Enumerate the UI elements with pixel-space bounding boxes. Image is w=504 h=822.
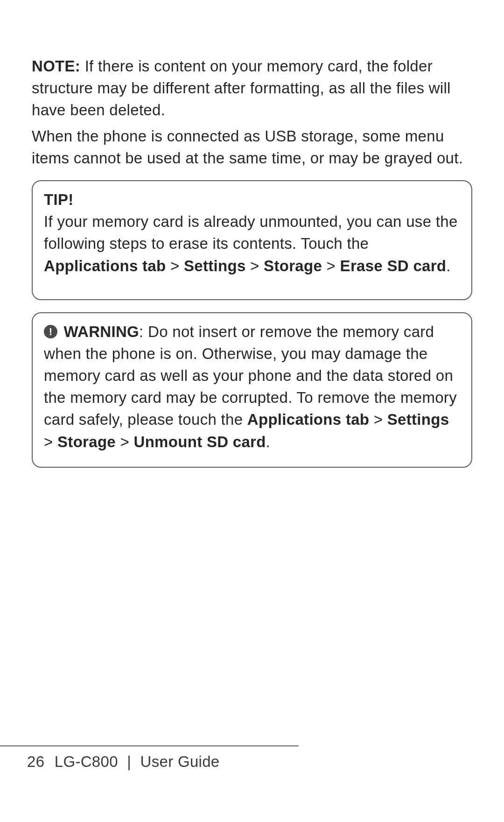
tip-sep-3: >	[322, 257, 340, 274]
tip-box: TIP! If your memory card is already unmo…	[32, 180, 472, 300]
tip-sep-1: >	[166, 257, 184, 274]
tip-label: TIP!	[44, 189, 460, 211]
tip-text: If your memory card is already unmounted…	[44, 211, 460, 277]
page-footer: 26 LG-C800 | User Guide	[0, 745, 504, 771]
note-paragraph: NOTE: If there is content on your memory…	[32, 55, 472, 121]
footer-doc-title: User Guide	[140, 753, 220, 770]
tip-period: .	[446, 257, 450, 274]
warning-icon: !	[44, 325, 57, 338]
warning-period: .	[266, 433, 270, 450]
tip-nav-storage: Storage	[264, 257, 322, 274]
tip-nav-erase: Erase SD card	[340, 257, 447, 274]
note-label: NOTE:	[32, 57, 80, 75]
warning-text: ! WARNING: Do not insert or remove the m…	[44, 321, 460, 453]
body-paragraph: When the phone is connected as USB stora…	[32, 125, 472, 169]
warning-nav-applications: Applications tab	[247, 411, 369, 428]
tip-nav-settings: Settings	[184, 257, 246, 274]
tip-text-before: If your memory card is already unmounted…	[44, 213, 458, 252]
footer-text: 26 LG-C800 | User Guide	[0, 753, 504, 771]
warning-nav-settings: Settings	[387, 411, 449, 428]
warning-sep-3: >	[116, 433, 134, 450]
footer-model: LG-C800	[55, 753, 118, 770]
footer-divider	[0, 745, 299, 746]
warning-label: WARNING	[63, 323, 139, 340]
warning-nav-unmount: Unmount SD card	[134, 433, 266, 450]
page-number: 26	[27, 753, 44, 770]
note-text: If there is content on your memory card,…	[32, 57, 451, 119]
warning-nav-storage: Storage	[57, 433, 116, 450]
warning-sep-2: >	[44, 433, 57, 450]
tip-sep-2: >	[246, 257, 264, 274]
warning-box: ! WARNING: Do not insert or remove the m…	[32, 312, 472, 468]
tip-nav-applications: Applications tab	[44, 257, 166, 274]
warning-sep-1: >	[369, 411, 387, 428]
footer-separator: |	[127, 753, 131, 770]
